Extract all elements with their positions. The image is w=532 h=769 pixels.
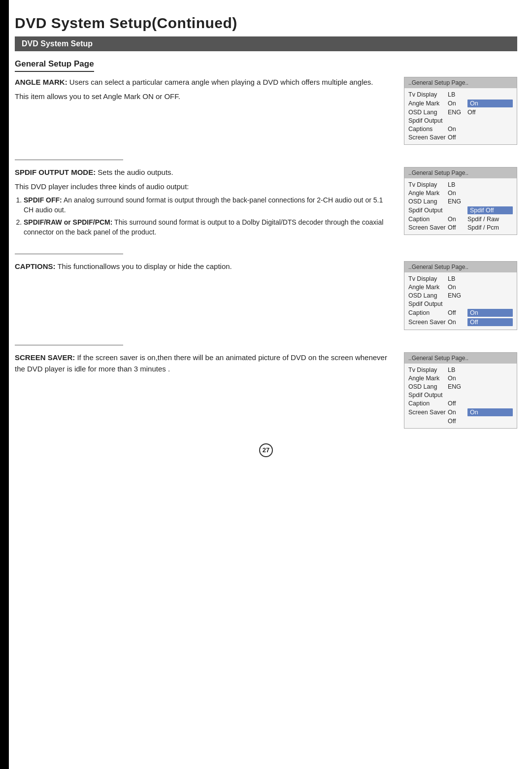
spdif-label: SPDIF OUTPUT MODE: — [15, 168, 96, 176]
captions-section: CAPTIONS: This functionallows you to dis… — [15, 261, 517, 330]
screen-saver-panel-header: ..General Setup Page.. — [404, 353, 517, 364]
panel-row: Screen Saver Off Spdif / Pcm — [408, 223, 513, 232]
section-divider — [15, 160, 123, 160]
panel-option: On — [467, 309, 513, 317]
panel-option: On — [467, 408, 513, 416]
panel-label: Spdif Output — [408, 392, 448, 399]
angle-mark-panel-body: Tv Display LB Angle Mark On On OSD Lang … — [404, 88, 517, 144]
panel-row: Screen Saver Off — [408, 133, 513, 141]
captions-description: This functionallows you to display or hi… — [57, 262, 232, 270]
screen-saver-section: SCREEN SAVER: If the screen saver is on,… — [15, 352, 517, 429]
panel-value: Off — [448, 134, 467, 141]
panel-row: Spdif Output Spdif Off — [408, 205, 513, 215]
list-item: SPDIF OFF: An analog surround sound form… — [24, 195, 394, 215]
panel-option: Spdif / Raw — [467, 216, 513, 223]
panel-option: Off — [467, 109, 513, 116]
panel-label: Caption — [408, 400, 448, 407]
panel-value: Off — [448, 400, 467, 407]
list-item-text: An analog surround sound format is outpu… — [24, 196, 383, 214]
angle-mark-note: This item allows you to set Angle Mark O… — [15, 91, 394, 102]
list-item: SPDIF/RAW or SPDIF/PCM: This surround so… — [24, 217, 394, 237]
panel-value: On — [448, 216, 467, 223]
screen-saver-panel-body: Tv Display LB Angle Mark On OSD Lang ENG… — [404, 364, 517, 428]
panel-label: OSD Lang — [408, 109, 448, 116]
page-number-container: 27 — [15, 443, 517, 457]
panel-row: Tv Display LB — [408, 274, 513, 283]
panel-value: LB — [448, 91, 467, 98]
panel-label: Screen Saver — [408, 134, 448, 141]
section-header: DVD System Setup — [15, 36, 517, 51]
panel-label: Tv Display — [408, 181, 448, 188]
panel-value: ENG — [448, 292, 467, 299]
panel-label: Caption — [408, 309, 448, 316]
spdif-panel-body: Tv Display LB Angle Mark On OSD Lang ENG… — [404, 178, 517, 234]
panel-row: Caption Off — [408, 399, 513, 407]
angle-mark-section: ANGLE MARK: Users can select a particula… — [15, 77, 517, 145]
angle-mark-panel-header: ..General Setup Page.. — [404, 77, 517, 88]
screen-saver-text: SCREEN SAVER: If the screen saver is on,… — [15, 352, 394, 377]
panel-row: Angle Mark On — [408, 189, 513, 197]
panel-value: On — [448, 126, 467, 133]
panel-label: Spdif Output — [408, 117, 448, 124]
panel-label: Caption — [408, 216, 448, 223]
panel-row: Spdif Output — [408, 391, 513, 399]
panel-value: LB — [448, 275, 467, 282]
screen-saver-panel: ..General Setup Page.. Tv Display LB Ang… — [404, 352, 517, 429]
panel-value: On — [448, 284, 467, 291]
panel-value: Off — [448, 309, 467, 316]
captions-panel: ..General Setup Page.. Tv Display LB Ang… — [404, 261, 517, 330]
panel-option: Spdif / Pcm — [467, 224, 513, 231]
panel-value: On — [448, 100, 467, 107]
spdif-text: SPDIF OUTPUT MODE: Sets the audio output… — [15, 167, 394, 239]
panel-row: OSD Lang ENG — [408, 197, 513, 205]
panel-row: Off — [408, 417, 513, 425]
captions-panel-body: Tv Display LB Angle Mark On OSD Lang ENG… — [404, 272, 517, 330]
captions-label: CAPTIONS: — [15, 262, 56, 270]
spdif-panel: ..General Setup Page.. Tv Display LB Ang… — [404, 167, 517, 235]
panel-label: OSD Lang — [408, 292, 448, 299]
section-divider — [15, 345, 123, 345]
spdif-description: Sets the audio outputs. — [98, 168, 173, 176]
spdif-subtitle: This DVD player includes three kinds of … — [15, 181, 394, 193]
list-item-bold: SPDIF/RAW or SPDIF/PCM: — [24, 218, 112, 226]
panel-label: Tv Display — [408, 91, 448, 98]
panel-value: On — [448, 319, 467, 326]
panel-row: OSD Lang ENG — [408, 291, 513, 300]
captions-panel-header: ..General Setup Page.. — [404, 262, 517, 272]
panel-row: Caption On Spdif / Raw — [408, 215, 513, 223]
spdif-panel-header: ..General Setup Page.. — [404, 167, 517, 178]
panel-label: Angle Mark — [408, 375, 448, 382]
panel-label: OSD Lang — [408, 198, 448, 205]
panel-label: Spdif Output — [408, 301, 448, 307]
subsection-heading: General Setup Page — [15, 59, 94, 72]
captions-text: CAPTIONS: This functionallows you to dis… — [15, 261, 394, 275]
panel-row: Screen Saver On On — [408, 407, 513, 417]
panel-value: ENG — [448, 198, 467, 205]
panel-option: Spdif Off — [467, 206, 513, 214]
panel-row: Tv Display LB — [408, 90, 513, 99]
panel-row: Tv Display LB — [408, 180, 513, 189]
panel-label: Captions — [408, 126, 448, 133]
panel-value: On — [448, 409, 467, 416]
panel-row: Angle Mark On — [408, 374, 513, 382]
screen-saver-label: SCREEN SAVER: — [15, 353, 75, 362]
panel-value: LB — [448, 367, 467, 373]
spdif-section: SPDIF OUTPUT MODE: Sets the audio output… — [15, 167, 517, 239]
panel-value: LB — [448, 181, 467, 188]
panel-value: Off — [448, 224, 467, 231]
panel-value: ENG — [448, 109, 467, 116]
panel-row: Spdif Output — [408, 300, 513, 308]
panel-label: Screen Saver — [408, 224, 448, 231]
panel-label: OSD Lang — [408, 383, 448, 390]
panel-row: OSD Lang ENG — [408, 382, 513, 391]
angle-mark-label: ANGLE MARK: — [15, 78, 67, 86]
panel-row: Spdif Output — [408, 116, 513, 125]
panel-label: Tv Display — [408, 367, 448, 373]
panel-option: On — [467, 100, 513, 107]
panel-row: Caption Off On — [408, 308, 513, 317]
list-item-bold: SPDIF OFF: — [24, 196, 62, 204]
panel-label: Spdif Output — [408, 207, 448, 214]
panel-row: Captions On — [408, 125, 513, 133]
panel-value: On — [448, 375, 467, 382]
panel-value: ENG — [448, 383, 467, 390]
